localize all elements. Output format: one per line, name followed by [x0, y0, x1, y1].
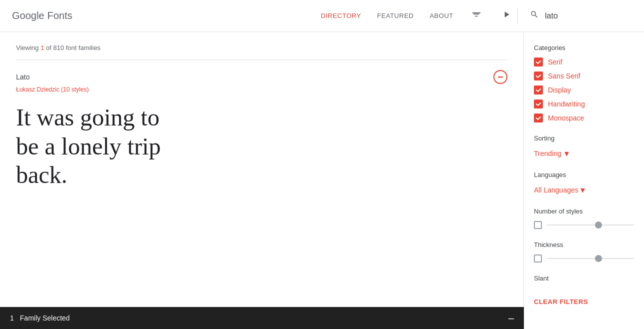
serif-checkbox[interactable]	[534, 58, 543, 66]
thickness-row	[534, 254, 634, 262]
logo-fonts: Fonts	[48, 10, 73, 22]
header: Google Fonts DIRECTORY FEATURED ABOUT	[0, 0, 644, 32]
sorting-arrow-icon: ▾	[564, 148, 569, 159]
thickness-title: Thickness	[534, 241, 634, 248]
slant-section: Slant	[534, 274, 634, 282]
viewing-prefix: Viewing	[16, 44, 41, 52]
family-selected-label: Family Selected	[20, 314, 70, 322]
categories-section: Categories Serif Sans Serif Display	[534, 44, 634, 122]
nav-featured[interactable]: FEATURED	[377, 12, 414, 20]
languages-value: All Languages	[534, 186, 578, 194]
font-name: Lato	[16, 73, 30, 81]
number-of-styles-row	[534, 221, 634, 229]
sidebar: Categories Serif Sans Serif Display	[524, 32, 644, 329]
search-input[interactable]	[545, 12, 605, 20]
categories-title: Categories	[534, 44, 634, 52]
display-label: Display	[548, 86, 571, 94]
category-sans-serif[interactable]: Sans Serif	[534, 72, 634, 80]
languages-arrow-icon: ▾	[580, 184, 585, 196]
more-options-icon[interactable]	[499, 8, 513, 24]
family-selected-count: 1	[10, 314, 14, 322]
layout: Viewing 1 of 810 font families Lato − Łu…	[0, 32, 644, 329]
font-card: Lato − Łukasz Dziedzic (10 styles) It wa…	[16, 70, 507, 190]
nav-about[interactable]: ABOUT	[430, 12, 453, 20]
monospace-label: Monospace	[548, 114, 584, 122]
sorting-section: Sorting Trending ▾	[534, 134, 634, 159]
number-of-styles-title: Number of styles	[534, 208, 634, 215]
viewing-count: Viewing 1 of 810 font families	[16, 44, 507, 52]
sorting-dropdown[interactable]: Trending ▾	[534, 148, 569, 159]
category-handwriting[interactable]: Handwriting	[534, 100, 634, 108]
font-filter-icon[interactable]	[469, 8, 483, 24]
search-bar	[522, 10, 632, 22]
main-nav: DIRECTORY FEATURED ABOUT	[321, 8, 513, 24]
clear-filters-button[interactable]: CLEAR FILTERS	[534, 298, 588, 306]
monospace-checkbox[interactable]	[534, 114, 543, 122]
category-monospace[interactable]: Monospace	[534, 114, 634, 122]
bottom-bar: 1 Family Selected –	[0, 307, 524, 329]
category-display[interactable]: Display	[534, 86, 634, 94]
nav-directory[interactable]: DIRECTORY	[321, 12, 361, 20]
logo: Google Fonts	[12, 10, 73, 22]
number-of-styles-checkbox[interactable]	[534, 221, 542, 229]
search-icon	[530, 10, 539, 22]
sorting-value: Trending	[534, 150, 561, 158]
thickness-checkbox[interactable]	[534, 254, 542, 262]
slant-title: Slant	[534, 274, 634, 282]
languages-section: Languages All Languages ▾	[534, 171, 634, 196]
header-divider	[517, 8, 518, 24]
display-checkbox[interactable]	[534, 86, 543, 94]
font-preview: It was going to be a lonely trip back.	[16, 103, 176, 190]
languages-dropdown[interactable]: All Languages ▾	[534, 184, 585, 196]
remove-font-button[interactable]: −	[493, 70, 507, 84]
sorting-title: Sorting	[534, 134, 634, 142]
sans-serif-label: Sans Serif	[548, 72, 580, 80]
font-card-header: Lato −	[16, 70, 507, 84]
font-author: Łukasz Dziedzic (10 styles)	[16, 86, 507, 93]
thickness-thumb[interactable]	[595, 255, 602, 262]
category-serif[interactable]: Serif	[534, 58, 634, 66]
main-content: Viewing 1 of 810 font families Lato − Łu…	[0, 32, 524, 329]
handwriting-checkbox[interactable]	[534, 100, 543, 108]
thickness-section: Thickness	[534, 241, 634, 262]
minimize-button[interactable]: –	[508, 312, 514, 324]
viewing-suffix: of 810 font families	[44, 44, 101, 52]
handwriting-label: Handwriting	[548, 100, 585, 108]
number-of-styles-thumb[interactable]	[595, 222, 602, 228]
font-divider	[16, 60, 507, 60]
serif-label: Serif	[548, 58, 562, 66]
number-of-styles-track[interactable]	[547, 224, 634, 226]
thickness-track[interactable]	[547, 258, 634, 259]
languages-title: Languages	[534, 171, 634, 178]
logo-google: Google	[12, 10, 45, 22]
sans-serif-checkbox[interactable]	[534, 72, 543, 80]
number-of-styles-section: Number of styles	[534, 208, 634, 229]
